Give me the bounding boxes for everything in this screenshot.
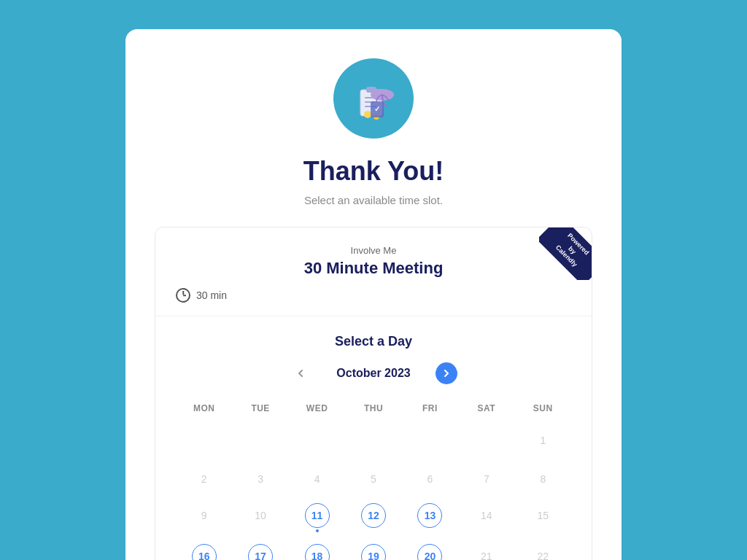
month-nav: October 2023 [176,362,571,384]
calendly-widget: Powered byCalendly Involve Me 30 Minute … [155,227,592,560]
cal-cell-12[interactable]: 12 [345,497,401,538]
cal-cell-empty [289,422,345,461]
cal-cell-13[interactable]: 13 [402,497,458,538]
cal-header-tue: TUE [232,399,288,422]
cal-header-sat: SAT [458,399,514,422]
next-month-button[interactable] [436,362,457,384]
org-name: Involve Me [176,245,571,256]
cal-cell-empty [458,422,514,461]
duration-label: 30 min [196,289,227,301]
cal-cell-5: 5 [345,461,401,497]
cal-cell-6: 6 [402,461,458,497]
cal-header-mon: MON [176,399,232,422]
cal-cell-10: 10 [232,497,288,538]
cal-cell-21: 21 [458,538,514,560]
cal-cell-8: 8 [515,461,571,497]
meeting-meta: 30 min [176,288,571,303]
month-label: October 2023 [326,367,421,380]
cal-header-wed: WED [289,399,345,422]
cal-cell-18[interactable]: 18 [289,538,345,560]
cal-cell-11[interactable]: 11 [289,497,345,538]
cal-cell-7: 7 [458,461,514,497]
widget-header: Involve Me 30 Minute Meeting 30 min [155,228,592,316]
svg-point-6 [364,111,371,118]
cal-cell-3: 3 [232,461,288,497]
cal-cell-15: 15 [515,497,571,538]
cal-header-thu: THU [345,399,401,422]
cal-cell-14: 14 [458,497,514,538]
meeting-title: 30 Minute Meeting [176,259,571,278]
cal-cell-22: 22 [515,538,571,560]
cal-cell-empty [232,422,288,461]
cal-cell-empty [176,422,232,461]
clock-icon [176,288,190,303]
cal-cell-2: 2 [176,461,232,497]
cal-cell-16[interactable]: 16 [176,538,232,560]
page-subtitle: Select an available time slot. [155,194,592,206]
cal-header-fri: FRI [402,399,458,422]
cal-cell-1: 1 [515,422,571,461]
cal-cell-17[interactable]: 17 [232,538,288,560]
calendar-section: Select a Day October 2023 MON TUE [155,316,592,560]
main-card: ✓ Thank You! Select an available time sl… [125,29,622,560]
cal-cell-19[interactable]: 19 [345,538,401,560]
calendar-grid: MON TUE WED THU FRI SAT SUN 1 2 3 4 5 [176,399,571,560]
cal-cell-empty [402,422,458,461]
logo-circle: ✓ [333,58,414,139]
prev-month-button[interactable] [290,362,311,384]
svg-text:✓: ✓ [374,105,380,113]
cal-cell-4: 4 [289,461,345,497]
cal-cell-9: 9 [176,497,232,538]
cal-cell-empty [345,422,401,461]
cal-header-sun: SUN [515,399,571,422]
page-title: Thank You! [155,156,592,187]
calendar-title: Select a Day [176,334,571,349]
cal-cell-20[interactable]: 20 [402,538,458,560]
